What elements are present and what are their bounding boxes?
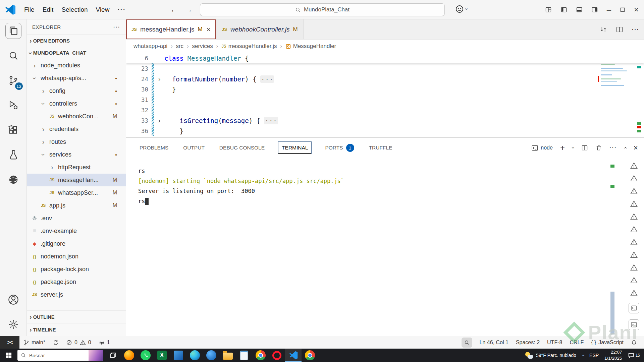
firefox-icon[interactable] <box>121 349 137 362</box>
remote-indicator[interactable]: >< <box>0 336 19 349</box>
activity-testing[interactable] <box>5 147 21 163</box>
terminal-tab-warning-icon[interactable] <box>630 175 638 182</box>
encoding-status[interactable]: UTF-8 <box>543 340 566 346</box>
tab-messagehandler-js[interactable]: JS messageHandler.js M × <box>126 19 216 39</box>
menu-selection[interactable]: Selection <box>57 4 92 15</box>
tree-item-whatsappser-[interactable]: JSwhatsappSer...M <box>27 186 126 199</box>
toggle-sidebar-icon[interactable] <box>560 6 567 13</box>
notepad-icon[interactable] <box>236 349 252 362</box>
activity-run-debug[interactable] <box>5 97 21 113</box>
blue-circle-app-icon[interactable] <box>203 349 219 362</box>
kill-terminal-icon[interactable] <box>595 144 602 151</box>
tree-item-package-json[interactable]: {}package.json <box>27 276 126 288</box>
breadcrumb-item[interactable]: src <box>176 43 183 50</box>
terminal[interactable]: rs[nodemon] starting `node whatsapp-api/… <box>126 158 644 336</box>
code-editor[interactable]: 6 class MessageHandler { 2324› formatNum… <box>126 53 644 137</box>
panel-tab-problems[interactable]: PROBLEMS <box>138 141 170 154</box>
panel-tab-truffle[interactable]: TRUFFLE <box>368 141 394 154</box>
split-editor-icon[interactable] <box>616 26 623 33</box>
tree-item-whatsapp-api-s-[interactable]: ›whatsapp-api\s...● <box>27 72 126 84</box>
panel-tab-debug-console[interactable]: DEBUG CONSOLE <box>218 141 266 154</box>
menu-file[interactable]: File <box>20 4 39 15</box>
tree-item--env-example[interactable]: ≡.env-example <box>27 225 126 237</box>
forward-arrow-icon[interactable]: → <box>185 5 193 14</box>
code-line[interactable]: 36 } <box>126 126 644 136</box>
scrollbar-thumb[interactable] <box>610 292 614 335</box>
terminal-tab-warning-icon[interactable] <box>630 251 638 258</box>
problems-status[interactable]: 0 0 <box>62 336 95 349</box>
toggle-panel-icon[interactable] <box>576 6 583 13</box>
tree-item-httprequest[interactable]: ›httpRequest <box>27 161 126 174</box>
breadcrumb-item[interactable]: whatsapp-api <box>133 43 167 50</box>
terminal-tab-warning-icon[interactable] <box>630 187 638 195</box>
minimize-button[interactable]: – <box>607 6 611 14</box>
outline-section[interactable]: › OUTLINE <box>27 310 126 323</box>
account-icon[interactable] <box>5 292 21 308</box>
breadcrumb-item-symbol[interactable]: MessageHandler <box>285 43 336 50</box>
terminal-profile[interactable]: node <box>532 145 553 151</box>
tree-item-controllers[interactable]: ›controllers● <box>27 97 126 110</box>
terminal-dropdown-icon[interactable]: › <box>570 147 576 148</box>
tree-item-services[interactable]: ›services● <box>27 148 126 161</box>
terminal-tab-warning-icon[interactable] <box>630 200 638 207</box>
notifications-bell-icon[interactable] <box>627 340 641 346</box>
code-line[interactable]: 33› isGreeting(message) { ··· <box>126 115 644 126</box>
ports-status[interactable]: 1 <box>95 336 114 349</box>
tree-item-credentials[interactable]: ›credentials <box>27 123 126 135</box>
cursor-position-status[interactable]: Ln 46, Col 1 <box>476 340 512 346</box>
language-status[interactable]: { } JavaScript <box>587 340 627 346</box>
edge-icon[interactable] <box>186 349 203 362</box>
tree-item--env[interactable]: .env <box>27 212 126 225</box>
action-center[interactable]: 15 <box>628 352 640 359</box>
vscode-taskbar-icon[interactable] <box>285 349 302 362</box>
timeline-section[interactable]: › TIMELINE <box>27 323 126 336</box>
terminal-tab-warning-icon[interactable] <box>630 162 638 169</box>
globe-extension-icon[interactable] <box>5 172 21 188</box>
terminal-tab-warning-icon[interactable] <box>630 213 638 220</box>
opera-icon[interactable] <box>269 349 285 362</box>
settings-gear-icon[interactable] <box>5 316 21 333</box>
close-tab-icon[interactable]: × <box>207 25 211 34</box>
tree-item-messagehan-[interactable]: JSmessageHan...M <box>27 174 126 186</box>
menu-more-icon[interactable]: ··· <box>113 4 130 15</box>
activity-explorer[interactable] <box>5 23 21 39</box>
tree-item-webhookcon-[interactable]: JSwebhookCon...M <box>27 110 126 123</box>
excel-icon[interactable]: X <box>154 349 170 362</box>
terminal-scrollbar[interactable] <box>610 158 614 336</box>
file-explorer-icon[interactable] <box>219 349 236 362</box>
tree-item-server-js[interactable]: JSserver.js <box>27 288 126 301</box>
new-terminal-icon[interactable]: + <box>560 144 565 152</box>
activity-search[interactable] <box>5 48 21 64</box>
close-button[interactable]: × <box>634 6 639 14</box>
terminal-tab-warning-icon[interactable] <box>630 226 638 233</box>
clock[interactable]: 22:07 1/1/2025 <box>604 349 622 361</box>
open-editors-section[interactable]: › OPEN EDITORS <box>27 34 126 47</box>
chrome-icon-2[interactable] <box>302 349 318 362</box>
tree-item-package-lock-json[interactable]: {}package-lock.json <box>27 263 126 276</box>
terminal-tab-shell-icon[interactable] <box>629 319 639 330</box>
panel-tab-output[interactable]: OUTPUT <box>182 141 206 154</box>
explorer-more-icon[interactable]: ··· <box>113 24 120 30</box>
tree-item-routes[interactable]: ›routes <box>27 135 126 148</box>
command-center-search[interactable]: MundoPlata_Chat <box>200 3 445 16</box>
maximize-panel-icon[interactable]: › <box>622 147 628 148</box>
minimap[interactable] <box>598 53 635 137</box>
terminal-tab-warning-icon[interactable] <box>630 277 638 284</box>
eol-status[interactable]: CRLF <box>566 340 587 346</box>
activity-source-control[interactable]: 13 <box>5 72 21 88</box>
whatsapp-icon[interactable] <box>137 349 154 362</box>
fold-chevron-icon[interactable]: › <box>154 117 164 125</box>
close-panel-icon[interactable]: × <box>634 143 638 153</box>
menu-view[interactable]: View <box>92 4 114 15</box>
tree-item--gitignore[interactable]: ◆.gitignore <box>27 237 126 250</box>
taskbar-search[interactable]: Buscar <box>17 350 103 361</box>
open-changes-icon[interactable] <box>600 26 607 33</box>
blue-app-icon[interactable] <box>170 349 186 362</box>
sync-status[interactable] <box>49 336 62 349</box>
back-arrow-icon[interactable]: ← <box>170 5 178 14</box>
language-indicator[interactable]: ESP <box>589 353 599 358</box>
workspace-root[interactable]: › MUNDOPLATA_CHAT <box>27 47 126 59</box>
tree-item-node-modules[interactable]: ›node_modules <box>27 59 126 72</box>
tree-item-app-js[interactable]: JSapp.jsM <box>27 199 126 212</box>
terminal-tab-shell-icon[interactable] <box>629 303 639 313</box>
